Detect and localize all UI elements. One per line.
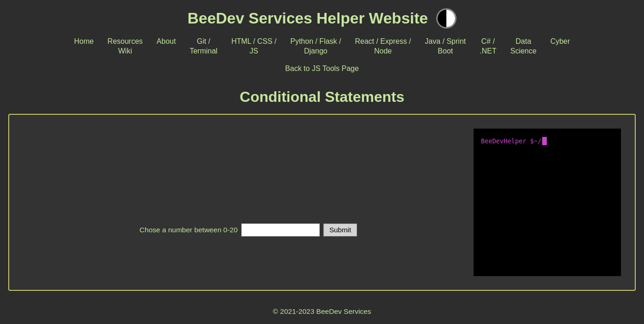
nav-git-terminal[interactable]: Git /Terminal [190,37,217,56]
submit-button[interactable]: Submit [323,224,357,236]
terminal-panel: BeeDevHelper $~/ [474,129,621,276]
site-title: BeeDev Services Helper Website [187,10,428,27]
page-heading: Conditional Statements [0,88,644,106]
footer: © 2021-2023 BeeDev Services [0,299,644,324]
input-area: Chose a number between 0-20 Submit [140,224,357,236]
nav-resources-wiki[interactable]: ResourcesWiki [107,37,142,56]
number-input[interactable] [241,224,320,236]
nav-home[interactable]: Home [74,37,94,56]
nav-java-sprint-boot[interactable]: Java / SprintBoot [425,37,466,56]
main-nav: Home ResourcesWiki About Git /Terminal H… [0,33,644,60]
terminal-prompt-text: BeeDevHelper $~/ [481,137,541,145]
nav-csharp-net[interactable]: C# /.NET [480,37,496,56]
number-input-label: Chose a number between 0-20 [140,226,238,234]
nav-python-flask-django[interactable]: Python / Flask /Django [290,37,341,56]
main-container: Chose a number between 0-20 Submit BeeDe… [8,114,636,291]
nav-html-css-js[interactable]: HTML / CSS /JS [231,37,276,56]
back-to-js-tools-link[interactable]: Back to JS Tools Page [285,65,359,72]
nav-about[interactable]: About [157,37,176,56]
theme-toggle-icon[interactable] [436,8,457,29]
left-panel: Chose a number between 0-20 Submit [23,129,474,276]
nav-react-express-node[interactable]: React / Express /Node [355,37,411,56]
terminal-prompt: BeeDevHelper $~/ [481,137,614,145]
nav-cyber[interactable]: Cyber [550,37,570,56]
terminal-cursor [542,137,547,145]
nav-data-science[interactable]: DataScience [510,37,537,56]
copyright-text: © 2021-2023 BeeDev Services [273,307,371,315]
